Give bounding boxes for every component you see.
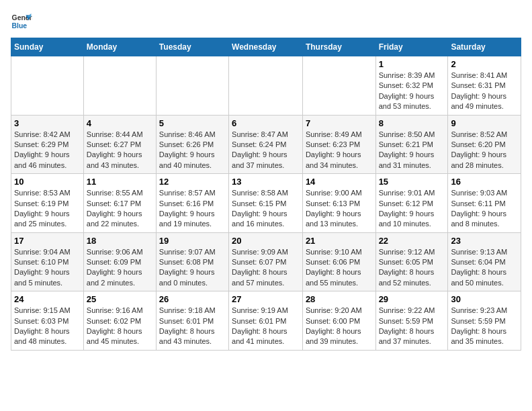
day-number: 21 xyxy=(306,236,373,246)
calendar-cell: 28Sunrise: 9:20 AM Sunset: 6:00 PM Dayli… xyxy=(302,291,375,351)
calendar-week-row: 3Sunrise: 8:42 AM Sunset: 6:29 PM Daylig… xyxy=(11,115,521,174)
logo-icon: General Blue xyxy=(11,11,32,32)
day-number: 15 xyxy=(379,177,445,187)
day-number: 8 xyxy=(379,118,445,128)
day-info: Sunrise: 9:10 AM Sunset: 6:06 PM Dayligh… xyxy=(306,247,373,289)
day-info: Sunrise: 8:55 AM Sunset: 6:17 PM Dayligh… xyxy=(87,188,153,230)
calendar-cell: 17Sunrise: 9:04 AM Sunset: 6:10 PM Dayli… xyxy=(11,232,84,291)
day-info: Sunrise: 9:20 AM Sunset: 6:00 PM Dayligh… xyxy=(306,306,373,347)
days-of-week-row: SundayMondayTuesdayWednesdayThursdayFrid… xyxy=(11,38,521,56)
day-info: Sunrise: 8:42 AM Sunset: 6:29 PM Dayligh… xyxy=(14,130,81,171)
day-info: Sunrise: 9:04 AM Sunset: 6:10 PM Dayligh… xyxy=(14,247,81,289)
day-number: 28 xyxy=(306,294,373,304)
day-number: 1 xyxy=(379,59,445,69)
calendar-cell xyxy=(11,56,84,116)
day-info: Sunrise: 8:49 AM Sunset: 6:23 PM Dayligh… xyxy=(306,130,373,171)
calendar-cell: 21Sunrise: 9:10 AM Sunset: 6:06 PM Dayli… xyxy=(302,232,375,291)
calendar-cell: 27Sunrise: 9:19 AM Sunset: 6:01 PM Dayli… xyxy=(229,291,303,351)
calendar-cell: 30Sunrise: 9:23 AM Sunset: 5:59 PM Dayli… xyxy=(448,291,521,351)
day-number: 18 xyxy=(87,236,153,246)
day-number: 11 xyxy=(87,177,153,187)
day-info: Sunrise: 8:47 AM Sunset: 6:24 PM Dayligh… xyxy=(232,130,300,171)
day-number: 3 xyxy=(14,118,81,128)
calendar-table: SundayMondayTuesdayWednesdayThursdayFrid… xyxy=(11,38,521,351)
day-number: 2 xyxy=(451,59,518,69)
dow-header: Wednesday xyxy=(229,38,303,56)
day-number: 16 xyxy=(451,177,518,187)
dow-header: Thursday xyxy=(302,38,375,56)
dow-header: Friday xyxy=(375,38,448,56)
calendar-week-row: 10Sunrise: 8:53 AM Sunset: 6:19 PM Dayli… xyxy=(11,174,521,233)
day-info: Sunrise: 8:50 AM Sunset: 6:21 PM Dayligh… xyxy=(379,130,445,171)
calendar-week-row: 17Sunrise: 9:04 AM Sunset: 6:10 PM Dayli… xyxy=(11,232,521,291)
calendar-cell: 1Sunrise: 8:39 AM Sunset: 6:32 PM Daylig… xyxy=(375,56,448,116)
calendar-cell xyxy=(156,56,228,116)
day-number: 10 xyxy=(14,177,81,187)
day-info: Sunrise: 9:00 AM Sunset: 6:13 PM Dayligh… xyxy=(306,188,373,230)
day-info: Sunrise: 9:18 AM Sunset: 6:01 PM Dayligh… xyxy=(159,306,226,347)
day-number: 7 xyxy=(306,118,373,128)
calendar-cell: 18Sunrise: 9:06 AM Sunset: 6:09 PM Dayli… xyxy=(83,232,156,291)
day-number: 6 xyxy=(232,118,300,128)
day-number: 13 xyxy=(232,177,300,187)
day-number: 5 xyxy=(159,118,226,128)
day-info: Sunrise: 9:07 AM Sunset: 6:08 PM Dayligh… xyxy=(159,247,226,289)
day-info: Sunrise: 8:41 AM Sunset: 6:31 PM Dayligh… xyxy=(451,71,518,112)
day-info: Sunrise: 9:19 AM Sunset: 6:01 PM Dayligh… xyxy=(232,306,300,347)
day-number: 22 xyxy=(379,236,445,246)
day-number: 25 xyxy=(87,294,153,304)
svg-text:Blue: Blue xyxy=(12,22,28,30)
calendar-cell: 5Sunrise: 8:46 AM Sunset: 6:26 PM Daylig… xyxy=(156,115,228,174)
calendar-cell: 23Sunrise: 9:13 AM Sunset: 6:04 PM Dayli… xyxy=(448,232,521,291)
day-info: Sunrise: 9:12 AM Sunset: 6:05 PM Dayligh… xyxy=(379,247,445,289)
day-number: 4 xyxy=(87,118,153,128)
calendar-cell: 3Sunrise: 8:42 AM Sunset: 6:29 PM Daylig… xyxy=(11,115,84,174)
calendar-cell: 12Sunrise: 8:57 AM Sunset: 6:16 PM Dayli… xyxy=(156,174,228,233)
day-info: Sunrise: 9:23 AM Sunset: 5:59 PM Dayligh… xyxy=(451,306,518,347)
day-number: 30 xyxy=(451,294,518,304)
day-info: Sunrise: 9:16 AM Sunset: 6:02 PM Dayligh… xyxy=(87,306,153,347)
dow-header: Monday xyxy=(83,38,156,56)
day-info: Sunrise: 9:15 AM Sunset: 6:03 PM Dayligh… xyxy=(14,306,81,347)
calendar-cell: 22Sunrise: 9:12 AM Sunset: 6:05 PM Dayli… xyxy=(375,232,448,291)
calendar-cell: 16Sunrise: 9:03 AM Sunset: 6:11 PM Dayli… xyxy=(448,174,521,233)
calendar-cell: 7Sunrise: 8:49 AM Sunset: 6:23 PM Daylig… xyxy=(302,115,375,174)
dow-header: Saturday xyxy=(448,38,521,56)
day-info: Sunrise: 9:03 AM Sunset: 6:11 PM Dayligh… xyxy=(451,188,518,230)
day-number: 29 xyxy=(379,294,445,304)
calendar-cell: 9Sunrise: 8:52 AM Sunset: 6:20 PM Daylig… xyxy=(448,115,521,174)
day-info: Sunrise: 8:58 AM Sunset: 6:15 PM Dayligh… xyxy=(232,188,300,230)
calendar-cell: 19Sunrise: 9:07 AM Sunset: 6:08 PM Dayli… xyxy=(156,232,228,291)
calendar-cell: 6Sunrise: 8:47 AM Sunset: 6:24 PM Daylig… xyxy=(229,115,303,174)
day-info: Sunrise: 8:46 AM Sunset: 6:26 PM Dayligh… xyxy=(159,130,226,171)
calendar-cell xyxy=(83,56,156,116)
calendar-cell: 15Sunrise: 9:01 AM Sunset: 6:12 PM Dayli… xyxy=(375,174,448,233)
day-info: Sunrise: 8:52 AM Sunset: 6:20 PM Dayligh… xyxy=(451,130,518,171)
day-number: 26 xyxy=(159,294,226,304)
calendar-cell: 11Sunrise: 8:55 AM Sunset: 6:17 PM Dayli… xyxy=(83,174,156,233)
calendar-cell: 26Sunrise: 9:18 AM Sunset: 6:01 PM Dayli… xyxy=(156,291,228,351)
day-number: 12 xyxy=(159,177,226,187)
day-info: Sunrise: 8:53 AM Sunset: 6:19 PM Dayligh… xyxy=(14,188,81,230)
day-info: Sunrise: 8:44 AM Sunset: 6:27 PM Dayligh… xyxy=(87,130,153,171)
day-number: 14 xyxy=(306,177,373,187)
calendar-cell xyxy=(229,56,303,116)
page-header: General Blue xyxy=(11,11,521,32)
dow-header: Sunday xyxy=(11,38,84,56)
day-number: 24 xyxy=(14,294,81,304)
day-number: 9 xyxy=(451,118,518,128)
calendar-week-row: 24Sunrise: 9:15 AM Sunset: 6:03 PM Dayli… xyxy=(11,291,521,351)
day-info: Sunrise: 9:06 AM Sunset: 6:09 PM Dayligh… xyxy=(87,247,153,289)
calendar-cell: 2Sunrise: 8:41 AM Sunset: 6:31 PM Daylig… xyxy=(448,56,521,116)
calendar-body: 1Sunrise: 8:39 AM Sunset: 6:32 PM Daylig… xyxy=(11,56,521,351)
calendar-cell: 24Sunrise: 9:15 AM Sunset: 6:03 PM Dayli… xyxy=(11,291,84,351)
day-number: 23 xyxy=(451,236,518,246)
calendar-cell xyxy=(302,56,375,116)
day-info: Sunrise: 8:57 AM Sunset: 6:16 PM Dayligh… xyxy=(159,188,226,230)
calendar-cell: 13Sunrise: 8:58 AM Sunset: 6:15 PM Dayli… xyxy=(229,174,303,233)
calendar-cell: 29Sunrise: 9:22 AM Sunset: 5:59 PM Dayli… xyxy=(375,291,448,351)
logo: General Blue xyxy=(11,11,32,32)
day-info: Sunrise: 9:01 AM Sunset: 6:12 PM Dayligh… xyxy=(379,188,445,230)
calendar-week-row: 1Sunrise: 8:39 AM Sunset: 6:32 PM Daylig… xyxy=(11,56,521,116)
day-number: 20 xyxy=(232,236,300,246)
